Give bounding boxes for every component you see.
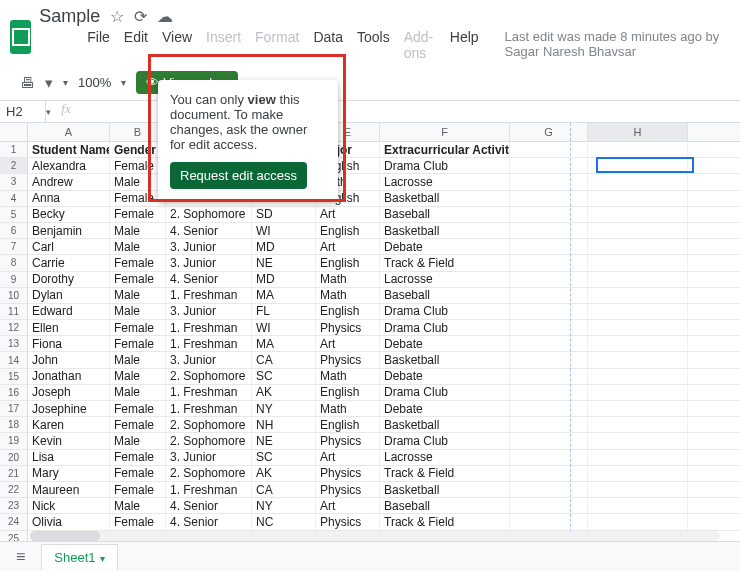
cell[interactable]: AK (252, 466, 316, 481)
cell[interactable]: Female (110, 255, 166, 270)
cell[interactable]: Ellen (28, 320, 110, 335)
cell[interactable]: Lacrosse (380, 450, 510, 465)
cell[interactable]: Jonathan (28, 369, 110, 384)
row-header[interactable]: 2 (0, 158, 28, 173)
cell[interactable]: CA (252, 482, 316, 497)
cell[interactable]: NY (252, 498, 316, 513)
col-header[interactable]: H (588, 123, 688, 141)
cell[interactable]: 4. Senior (166, 272, 252, 287)
col-header[interactable]: F (380, 123, 510, 141)
cell[interactable]: Drama Club (380, 433, 510, 448)
move-icon[interactable]: ⟳ (134, 7, 147, 26)
cell[interactable]: Olivia (28, 514, 110, 529)
cell[interactable]: 3. Junior (166, 304, 252, 319)
cell[interactable]: CA (252, 352, 316, 367)
cell[interactable]: MA (252, 336, 316, 351)
cell[interactable]: Math (316, 369, 380, 384)
cell[interactable]: Debate (380, 401, 510, 416)
menu-tools[interactable]: Tools (357, 29, 390, 61)
cell[interactable]: Male (110, 433, 166, 448)
cell[interactable]: 2. Sophomore (166, 433, 252, 448)
row-header[interactable]: 8 (0, 255, 28, 270)
cell[interactable]: 1. Freshman (166, 288, 252, 303)
cell[interactable]: Karen (28, 417, 110, 432)
cell[interactable]: Female (110, 401, 166, 416)
menu-view[interactable]: View (162, 29, 192, 61)
filter-dropdown-icon[interactable]: ▾ (63, 77, 68, 88)
cell[interactable]: English (316, 417, 380, 432)
cell[interactable]: Lacrosse (380, 272, 510, 287)
cell[interactable]: Basketball (380, 191, 510, 206)
star-icon[interactable]: ☆ (110, 7, 124, 26)
row-header[interactable]: 5 (0, 207, 28, 222)
cell[interactable]: Female (110, 417, 166, 432)
sheets-logo-icon[interactable] (10, 20, 31, 54)
cell[interactable]: Basketball (380, 352, 510, 367)
cell[interactable]: Baseball (380, 498, 510, 513)
cell[interactable]: Anna (28, 191, 110, 206)
row-header[interactable]: 23 (0, 498, 28, 513)
cell[interactable]: Drama Club (380, 158, 510, 173)
cell[interactable]: Fiona (28, 336, 110, 351)
cell[interactable]: 3. Junior (166, 450, 252, 465)
menu-edit[interactable]: Edit (124, 29, 148, 61)
zoom-dropdown-icon[interactable]: ▾ (121, 77, 126, 88)
row-header[interactable]: 7 (0, 239, 28, 254)
cell[interactable]: Male (110, 288, 166, 303)
cell[interactable]: Debate (380, 239, 510, 254)
sheet-tab[interactable]: Sheet1▾ (41, 544, 117, 570)
cell[interactable]: Physics (316, 514, 380, 529)
cell[interactable]: 2. Sophomore (166, 207, 252, 222)
cell[interactable]: 3. Junior (166, 352, 252, 367)
cell[interactable]: Art (316, 207, 380, 222)
row-header[interactable]: 6 (0, 223, 28, 238)
cell[interactable]: Math (316, 401, 380, 416)
cell[interactable]: MA (252, 288, 316, 303)
row-header[interactable]: 12 (0, 320, 28, 335)
cell[interactable]: Physics (316, 482, 380, 497)
cell[interactable]: Carl (28, 239, 110, 254)
cell[interactable]: AK (252, 385, 316, 400)
cell[interactable]: Debate (380, 369, 510, 384)
cell[interactable]: Lacrosse (380, 174, 510, 189)
cell[interactable]: Male (110, 239, 166, 254)
last-edit-text[interactable]: Last edit was made 8 minutes ago by Saga… (505, 29, 720, 61)
row-header[interactable]: 3 (0, 174, 28, 189)
name-box[interactable]: H2 (0, 101, 46, 122)
cell[interactable]: 4. Senior (166, 498, 252, 513)
cell[interactable]: Drama Club (380, 304, 510, 319)
cell[interactable]: Male (110, 369, 166, 384)
cell[interactable]: Math (316, 272, 380, 287)
cell[interactable]: 4. Senior (166, 514, 252, 529)
menu-file[interactable]: File (87, 29, 110, 61)
zoom-level[interactable]: 100% (78, 75, 111, 90)
row-header[interactable]: 11 (0, 304, 28, 319)
row-header[interactable]: 20 (0, 450, 28, 465)
row-header[interactable]: 17 (0, 401, 28, 416)
cell[interactable]: NE (252, 433, 316, 448)
cell[interactable]: Art (316, 498, 380, 513)
cell[interactable]: Art (316, 336, 380, 351)
cell[interactable]: 4. Senior (166, 223, 252, 238)
cell[interactable]: Carrie (28, 255, 110, 270)
cell[interactable]: NC (252, 514, 316, 529)
cell[interactable]: Drama Club (380, 385, 510, 400)
all-sheets-icon[interactable]: ≡ (16, 548, 25, 566)
cell[interactable]: Male (110, 352, 166, 367)
menu-data[interactable]: Data (313, 29, 343, 61)
cell[interactable]: John (28, 352, 110, 367)
cell[interactable]: 3. Junior (166, 239, 252, 254)
cell[interactable]: Female (110, 272, 166, 287)
menu-help[interactable]: Help (450, 29, 479, 61)
cell[interactable]: Alexandra (28, 158, 110, 173)
cell[interactable]: Nick (28, 498, 110, 513)
sheet-tab-dropdown-icon[interactable]: ▾ (100, 553, 105, 564)
cell[interactable]: NE (252, 255, 316, 270)
cell[interactable]: WI (252, 320, 316, 335)
cell[interactable]: Female (110, 336, 166, 351)
row-header[interactable]: 10 (0, 288, 28, 303)
cell[interactable]: 3. Junior (166, 255, 252, 270)
cloud-icon[interactable]: ☁ (157, 7, 173, 26)
print-icon[interactable]: 🖶 (20, 74, 35, 91)
cell[interactable]: English (316, 223, 380, 238)
